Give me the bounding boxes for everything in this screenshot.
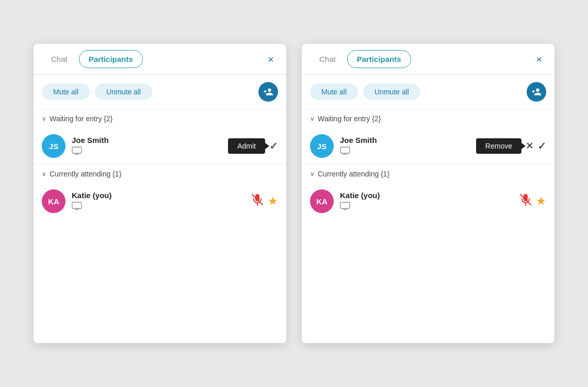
tab-participants-left[interactable]: Participants [79,50,143,68]
unmute-all-button-right[interactable]: Unmute all [363,84,420,100]
monitor-icon-joe-right [340,147,377,157]
panel-left: Chat Participants × Mute all Unmute all … [34,44,286,343]
confirm-check-icon-right[interactable]: ✓ [537,140,546,152]
monitor-icon-katie-left [72,202,112,212]
confirm-check-icon-left[interactable]: ✓ [269,140,278,152]
close-button-left[interactable]: × [264,52,278,67]
waiting-section-header-right: ∨ Waiting for entry {2} [302,109,554,128]
attending-section-header-right: ∨ Currently attending {1} [302,165,554,183]
muted-mic-icon-left[interactable] [251,194,264,209]
svg-rect-4 [340,147,350,153]
panel-controls-right: Mute all Unmute all [302,75,554,109]
add-person-icon [263,87,273,97]
svg-rect-1 [72,202,81,208]
admit-button-left[interactable]: Admit [228,138,265,154]
panels-container: Chat Participants × Mute all Unmute all … [34,44,554,343]
participant-actions-katie-left: ★ [251,194,278,209]
waiting-section-label-right: Waiting for entry {2} [318,115,381,123]
unmute-all-button-left[interactable]: Unmute all [95,84,152,100]
attending-section-header-left: ∨ Currently attending {1} [34,165,286,183]
add-participant-button-right[interactable] [527,82,546,102]
participant-row-joe-left: JS Joe Smith Admit ✓ [34,128,286,164]
avatar-joe-left: JS [42,134,66,158]
chevron-down-icon-attending-left: ∨ [42,170,46,178]
panel-right: Chat Participants × Mute all Unmute all … [302,44,554,343]
participant-row-joe-right: JS Joe Smith Remove ✕ ✓ [302,128,554,164]
attending-section-label-left: Currently attending {1} [50,170,121,178]
waiting-section-label-left: Waiting for entry {2} [50,115,112,123]
participant-actions-joe-left: Admit ✓ [228,138,278,154]
chevron-down-icon: ∨ [42,115,46,122]
add-participant-button-left[interactable] [258,82,278,102]
avatar-katie-right: KA [310,189,334,213]
panel-header-right: Chat Participants × [302,44,554,75]
star-icon-left[interactable]: ★ [268,195,278,208]
tab-chat-right[interactable]: Chat [310,51,345,68]
participant-row-katie-right: KA Katie (you) [302,183,554,219]
svg-rect-0 [72,147,81,153]
add-person-icon-right [531,87,542,97]
participant-row-katie-left: KA Katie (you) [34,183,286,219]
muted-mic-icon-right[interactable] [519,194,532,209]
monitor-icon-joe-left [72,147,109,157]
participant-actions-joe-right: Remove ✕ ✓ [476,138,546,154]
tab-participants-right[interactable]: Participants [347,50,411,68]
panel-controls-left: Mute all Unmute all [34,75,286,109]
remove-button-right[interactable]: Remove [476,138,521,154]
participant-name-katie-right: Katie (you) [340,191,380,200]
panel-header-left: Chat Participants × [34,44,286,75]
mute-all-button-left[interactable]: Mute all [42,84,90,100]
avatar-joe-right: JS [310,134,334,158]
participant-actions-katie-right: ★ [519,194,546,209]
participant-name-joe-left: Joe Smith [72,136,109,144]
participant-info-katie-right: Katie (you) [340,191,380,212]
avatar-katie-left: KA [42,189,66,213]
close-button-right[interactable]: × [532,52,546,67]
participant-info-katie-left: Katie (you) [72,191,112,212]
chevron-down-icon-attending-right: ∨ [310,170,315,178]
participant-info-joe-left: Joe Smith [72,136,109,157]
participant-info-joe-right: Joe Smith [340,136,377,157]
chevron-down-icon-right: ∨ [310,115,315,122]
participant-name-joe-right: Joe Smith [340,136,377,144]
tab-chat-left[interactable]: Chat [42,51,77,68]
svg-rect-5 [340,202,350,208]
waiting-section-header-left: ∨ Waiting for entry {2} [34,109,286,128]
mute-all-button-right[interactable]: Mute all [310,84,358,100]
star-icon-right[interactable]: ★ [536,195,546,208]
cancel-x-icon-right[interactable]: ✕ [526,140,533,152]
monitor-icon-katie-right [340,202,380,212]
attending-section-label-right: Currently attending {1} [318,170,389,178]
participant-name-katie-left: Katie (you) [72,191,112,200]
